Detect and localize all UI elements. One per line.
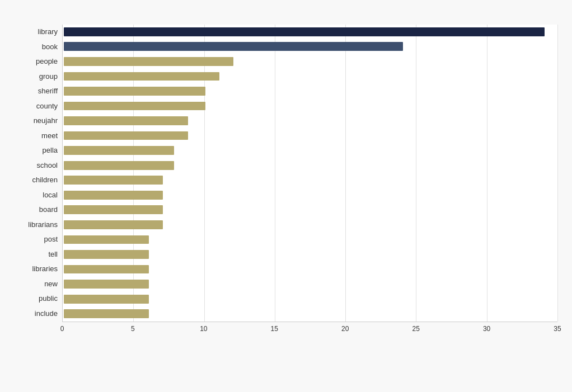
bar-neujahr — [64, 116, 188, 125]
bar-tell — [64, 250, 149, 259]
chart-container: librarybookpeoplegroupsheriffcountyneuja… — [3, 3, 569, 389]
y-label-children: children — [15, 173, 62, 188]
x-tick-0: 0 — [60, 325, 64, 333]
y-label-meet: meet — [15, 128, 62, 143]
bar-children — [64, 176, 163, 185]
bar-row-libraries — [63, 262, 557, 277]
bar-people — [64, 57, 233, 66]
y-label-post: post — [15, 232, 62, 247]
y-label-tell: tell — [15, 247, 62, 262]
y-label-school: school — [15, 158, 62, 173]
y-label-county: county — [15, 98, 62, 114]
grid-line-35 — [557, 25, 558, 322]
bar-row-county — [63, 98, 557, 114]
bar-post — [64, 235, 149, 244]
x-tick-10: 10 — [200, 325, 207, 333]
y-label-local: local — [15, 187, 62, 202]
bar-board — [64, 205, 163, 214]
bar-row-library — [63, 25, 557, 40]
y-label-neujahr: neujahr — [15, 114, 62, 129]
y-label-public: public — [15, 291, 62, 306]
bar-include — [64, 309, 149, 318]
bar-library — [64, 27, 545, 36]
y-label-sheriff: sheriff — [15, 84, 62, 99]
x-tick-30: 30 — [483, 325, 490, 333]
bars-grid — [62, 25, 557, 322]
bar-sheriff — [64, 87, 205, 96]
bar-group — [64, 72, 219, 81]
chart-area: librarybookpeoplegroupsheriffcountyneuja… — [15, 25, 557, 343]
bar-pella — [64, 146, 174, 155]
y-label-people: people — [15, 54, 62, 69]
bar-row-post — [63, 232, 557, 247]
bar-libraries — [64, 265, 149, 274]
bar-librarians — [64, 220, 163, 229]
bar-row-librarians — [63, 218, 557, 233]
bar-row-board — [63, 202, 557, 218]
y-label-libraries: libraries — [15, 262, 62, 277]
y-label-group: group — [15, 69, 62, 84]
x-tick-35: 35 — [554, 325, 561, 333]
y-label-board: board — [15, 202, 62, 218]
bar-row-new — [63, 277, 557, 292]
x-axis: 05101520253035 — [62, 322, 557, 333]
bar-row-children — [63, 173, 557, 188]
bar-row-neujahr — [63, 114, 557, 129]
bar-row-people — [63, 54, 557, 69]
y-label-pella: pella — [15, 143, 62, 158]
bar-row-include — [63, 306, 557, 322]
y-label-new: new — [15, 276, 62, 291]
bar-row-school — [63, 158, 557, 173]
bar-row-tell — [63, 247, 557, 262]
bars-section: librarybookpeoplegroupsheriffcountyneuja… — [15, 25, 557, 322]
x-tick-25: 25 — [412, 325, 419, 333]
x-tick-5: 5 — [131, 325, 135, 333]
x-tick-15: 15 — [271, 325, 278, 333]
bar-public — [64, 295, 149, 304]
y-label-librarians: librarians — [15, 217, 62, 232]
bar-local — [64, 191, 163, 200]
bar-row-meet — [63, 128, 557, 143]
y-label-library: library — [15, 25, 62, 40]
bar-row-local — [63, 188, 557, 203]
bar-meet — [64, 131, 188, 140]
bar-row-group — [63, 69, 557, 84]
bar-county — [64, 102, 205, 111]
bar-new — [64, 280, 149, 289]
bar-school — [64, 161, 174, 170]
bar-book — [64, 42, 403, 51]
bar-row-sheriff — [63, 84, 557, 99]
bar-row-public — [63, 291, 557, 306]
bar-row-pella — [63, 143, 557, 158]
x-tick-20: 20 — [341, 325, 349, 333]
bar-row-book — [63, 39, 557, 54]
y-labels: librarybookpeoplegroupsheriffcountyneuja… — [15, 25, 62, 322]
y-label-include: include — [15, 306, 62, 321]
y-label-book: book — [15, 39, 62, 54]
